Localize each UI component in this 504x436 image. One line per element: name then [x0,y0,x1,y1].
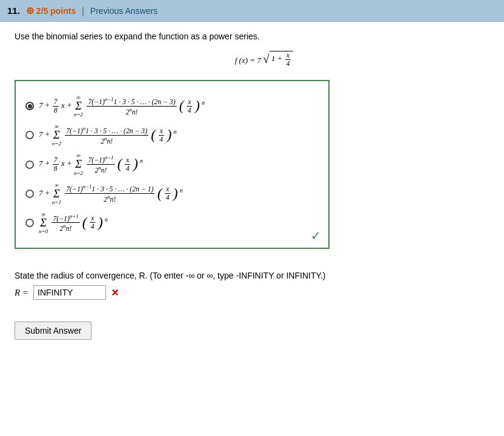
question-body: Use the binomial series to expand the fu… [0,22,504,349]
exp-2: n [174,128,177,135]
r-label: R = [15,288,28,298]
radio-5[interactable] [25,219,34,227]
paren-right-1: ) [195,97,200,113]
frac-x4-2: x 4 [158,127,164,144]
frac-numerator-1: 7(−1)n−11 · 3 · 5 · … · (2n − 3) 2nn! [87,96,176,116]
convergence-statement: State the radius of convergence, R. (To … [15,271,489,280]
math-option-5: ∞ Σ n=0 7(−1)n+1 2nn! ( x 4 ) n [39,211,108,234]
convergence-section: State the radius of convergence, R. (To … [15,271,489,300]
exp-1: n [202,99,205,106]
frac-7-8-3: 7 8 [53,156,59,173]
sum-3: ∞ Σ n=2 [74,153,83,176]
divider: | [82,6,84,16]
exp-5: n [105,216,108,223]
paren-right-3: ) [133,156,138,172]
r-input[interactable] [33,285,106,300]
answer-option-1[interactable]: 7 + 7 8 x + ∞ Σ n=2 7(−1)n−11 · 3 · 5 · … [25,94,319,117]
frac-x4-5: x 4 [90,214,96,231]
sum-2: ∞ Σ n=2 [52,124,61,147]
answer-option-3[interactable]: 7 + 7 8 x + ∞ Σ n=2 7(−1)n−1 2nn! ( x [25,153,319,176]
frac-x4-1: x 4 [187,98,193,114]
frac-x4-3: x 4 [125,156,131,173]
radio-2[interactable] [25,131,34,139]
radio-4[interactable] [25,190,34,198]
math-option-4: 7 + ∞ Σ n=1 7(−1)n−11 · 3 · 5 · … · (2n … [39,182,183,205]
radio-3[interactable] [25,160,34,169]
answers-box: 7 + 7 8 x + ∞ Σ n=2 7(−1)n−11 · 3 · 5 · … [15,80,330,249]
paren-right-4: ) [173,185,178,201]
sum-1: ∞ Σ n=2 [74,94,83,117]
x-mark-icon[interactable]: ✕ [111,287,119,299]
answer-option-2[interactable]: 7 + ∞ Σ n=2 7(−1)n1 · 3 · 5 · … · (2n − … [25,124,319,147]
math-option-3: 7 + 7 8 x + ∞ Σ n=2 7(−1)n−1 2nn! ( x [39,153,143,176]
frac-numerator-5: 7(−1)n+1 2nn! [51,213,79,233]
paren-left-5: ( [82,214,87,230]
frac-numerator-2: 7(−1)n1 · 3 · 5 · … · (2n − 3) 2nn! [65,125,148,145]
frac-numerator-3: 7(−1)n−1 2nn! [87,154,114,174]
question-header: 11. ⊕ 2/5 points | Previous Answers [0,0,504,22]
paren-left-1: ( [179,97,184,113]
paren-right-5: ) [98,214,103,230]
problem-statement: Use the binomial series to expand the fu… [15,31,489,41]
plus-icon: ⊕ [26,5,34,16]
frac-x4: x 4 [285,51,291,68]
paren-right-2: ) [167,127,171,143]
sum-5: ∞ Σ n=0 [39,211,48,234]
frac-x4-4: x 4 [165,185,171,202]
paren-left-2: ( [151,127,156,143]
answer-option-5[interactable]: ∞ Σ n=0 7(−1)n+1 2nn! ( x 4 ) n [25,211,319,234]
frac-7-8: 7 8 [53,98,59,114]
frac-numerator-4: 7(−1)n−11 · 3 · 5 · … · (2n − 1) 2nn! [65,183,154,203]
math-option-2: 7 + ∞ Σ n=2 7(−1)n1 · 3 · 5 · … · (2n − … [39,124,176,147]
exp-4: n [180,187,183,193]
sum-4: ∞ Σ n=1 [52,182,61,205]
math-option-1: 7 + 7 8 x + ∞ Σ n=2 7(−1)n−11 · 3 · 5 · … [39,94,205,117]
sqrt-wrapper: √ 1 + x 4 [263,51,293,68]
radio-1[interactable] [25,102,34,110]
function-expr: f (x) = 7 √ 1 + x 4 [235,56,294,65]
paren-left-3: ( [118,156,122,172]
submit-button[interactable]: Submit Answer [15,322,91,340]
question-number: 11. [7,5,20,16]
sqrt-content: 1 + x 4 [270,51,294,68]
checkmark-icon: ✓ [311,228,321,243]
points-text: 2/5 points [36,6,76,16]
previous-answers-link[interactable]: Previous Answers [90,6,158,16]
function-display: f (x) = 7 √ 1 + x 4 [39,51,489,68]
paren-left-4: ( [158,185,162,201]
r-input-row: R = ✕ [15,285,489,300]
points-badge: ⊕ 2/5 points [26,5,76,16]
sqrt-radical: √ [263,53,270,66]
exp-3: n [140,157,143,164]
answer-option-4[interactable]: 7 + ∞ Σ n=1 7(−1)n−11 · 3 · 5 · … · (2n … [25,182,319,205]
